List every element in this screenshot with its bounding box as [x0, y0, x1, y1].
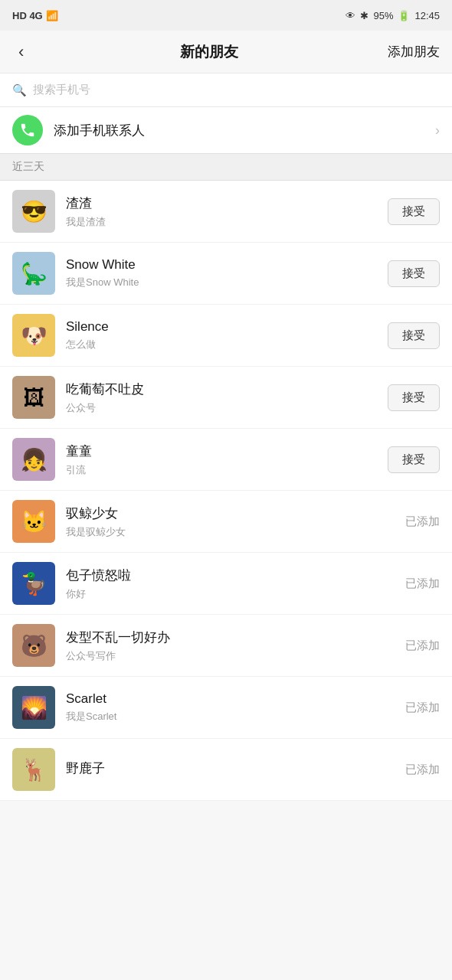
friend-msg: 公众号 — [66, 401, 378, 415]
added-label: 已添加 — [405, 701, 440, 715]
added-label: 已添加 — [405, 577, 440, 591]
friend-name: Silence — [66, 319, 378, 335]
added-label: 已添加 — [405, 639, 440, 653]
avatar: 🌄 — [12, 686, 55, 729]
search-bar[interactable]: 🔍 搜索手机号 — [0, 74, 452, 107]
list-item: 👧童童引流接受 — [0, 429, 452, 491]
list-item: 🦌野鹿子已添加 — [0, 739, 452, 801]
signal-icon: 📶 — [46, 10, 58, 21]
avatar: 🦕 — [12, 252, 55, 295]
friend-info: 发型不乱一切好办公众号写作 — [66, 629, 396, 663]
list-item: 🦕Snow White我是Snow White接受 — [0, 243, 452, 305]
avatar: 🐶 — [12, 314, 55, 357]
friend-msg: 引流 — [66, 463, 378, 477]
search-placeholder: 搜索手机号 — [33, 83, 90, 97]
add-friend-button[interactable]: 添加朋友 — [388, 43, 440, 60]
friend-info: Snow White我是Snow White — [66, 257, 378, 289]
friend-info: Silence怎么做 — [66, 319, 378, 351]
add-contacts-label: 添加手机联系人 — [54, 122, 435, 139]
friend-info: 吃葡萄不吐皮公众号 — [66, 381, 378, 415]
avatar: 🐱 — [12, 500, 55, 543]
list-item: 😎渣渣我是渣渣接受 — [0, 181, 452, 243]
page-title: 新的朋友 — [180, 42, 238, 62]
phone-icon — [19, 122, 36, 139]
search-icon: 🔍 — [12, 83, 27, 97]
accept-button[interactable]: 接受 — [388, 198, 440, 225]
avatar: 🐻 — [12, 624, 55, 667]
friend-info: 渣渣我是渣渣 — [66, 194, 378, 229]
added-label: 已添加 — [405, 514, 440, 529]
friend-info: 野鹿子 — [66, 760, 396, 780]
friend-list: 😎渣渣我是渣渣接受🦕Snow White我是Snow White接受🐶Silen… — [0, 181, 452, 801]
friend-name: 童童 — [66, 443, 378, 460]
avatar: 🦆 — [12, 562, 55, 605]
friend-name: 渣渣 — [66, 194, 378, 212]
friend-msg: 我是驭鲸少女 — [66, 525, 396, 539]
battery-percent: 95% — [373, 10, 393, 21]
friend-msg: 我是渣渣 — [66, 215, 378, 229]
status-bar: HD 4G 📶 👁 ✱ 95% 🔋 12:45 — [0, 0, 452, 31]
list-item: 🌄Scarlet我是Scarlet已添加 — [0, 677, 452, 739]
friend-msg: 我是Scarlet — [66, 710, 396, 724]
friend-name: 包子愤怒啦 — [66, 567, 396, 584]
friend-name: 野鹿子 — [66, 760, 396, 777]
status-left: HD 4G 📶 — [12, 10, 58, 21]
accept-button[interactable]: 接受 — [388, 446, 440, 473]
phone-icon-bg — [12, 115, 43, 145]
accept-button[interactable]: 接受 — [388, 260, 440, 287]
avatar: 😎 — [12, 190, 55, 233]
friend-name: 吃葡萄不吐皮 — [66, 381, 378, 398]
clock: 12:45 — [414, 10, 440, 21]
list-item: 🦆包子愤怒啦你好已添加 — [0, 553, 452, 615]
friend-msg: 你好 — [66, 587, 396, 601]
back-button[interactable]: ‹ — [12, 36, 30, 68]
friend-info: 童童引流 — [66, 443, 378, 477]
battery-icon: 🔋 — [398, 10, 410, 21]
status-right: 👁 ✱ 95% 🔋 12:45 — [346, 10, 440, 21]
add-contacts-row[interactable]: 添加手机联系人 › — [0, 107, 452, 153]
bluetooth-icon: ✱ — [360, 10, 368, 21]
eye-icon: 👁 — [346, 10, 355, 21]
accept-button[interactable]: 接受 — [388, 384, 440, 411]
friend-name: 驭鲸少女 — [66, 505, 396, 522]
friend-info: Scarlet我是Scarlet — [66, 691, 396, 724]
top-nav: ‹ 新的朋友 添加朋友 — [0, 31, 452, 74]
added-label: 已添加 — [405, 763, 440, 777]
list-item: 🐱驭鲸少女我是驭鲸少女已添加 — [0, 491, 452, 553]
accept-button[interactable]: 接受 — [388, 322, 440, 349]
chevron-right-icon: › — [435, 122, 440, 139]
add-contacts-section: 添加手机联系人 › — [0, 107, 452, 153]
friend-info: 包子愤怒啦你好 — [66, 567, 396, 601]
friend-msg: 怎么做 — [66, 338, 378, 351]
avatar: 🖼 — [12, 376, 55, 419]
friend-name: Snow White — [66, 257, 378, 273]
friend-info: 驭鲸少女我是驭鲸少女 — [66, 505, 396, 539]
avatar: 👧 — [12, 438, 55, 481]
friend-msg: 公众号写作 — [66, 649, 396, 663]
section-header: 近三天 — [0, 153, 452, 181]
friend-name: Scarlet — [66, 691, 396, 707]
avatar: 🦌 — [12, 748, 55, 791]
friend-name: 发型不乱一切好办 — [66, 629, 396, 646]
hd-label: HD 4G — [12, 10, 43, 21]
friend-msg: 我是Snow White — [66, 276, 378, 289]
list-item: 🐻发型不乱一切好办公众号写作已添加 — [0, 615, 452, 677]
list-item: 🐶Silence怎么做接受 — [0, 305, 452, 367]
list-item: 🖼吃葡萄不吐皮公众号接受 — [0, 367, 452, 429]
